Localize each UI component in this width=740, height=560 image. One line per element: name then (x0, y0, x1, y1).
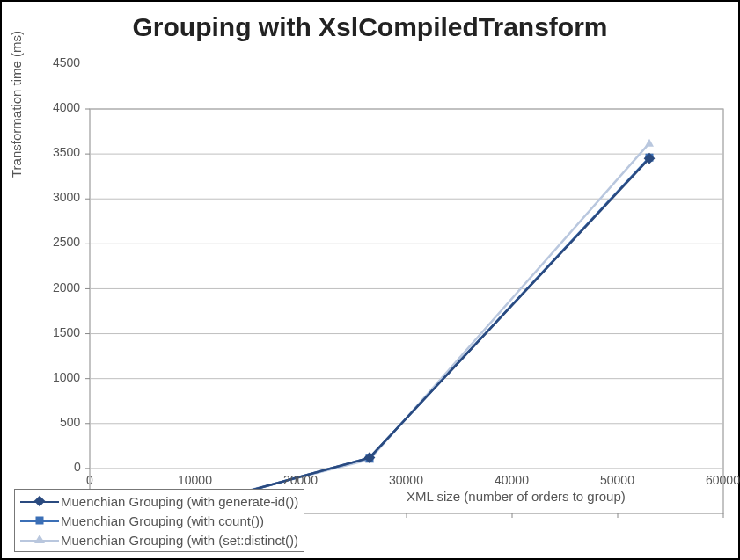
x-tick-label: 30000 (389, 473, 423, 487)
square-marker-icon (36, 517, 44, 525)
legend-label-2: Muenchian Grouping (with (set:distinct()… (61, 533, 298, 548)
diamond-marker-icon (34, 496, 46, 507)
y-tick-label: 3500 (53, 145, 80, 159)
y-tick-label: 1000 (53, 370, 80, 384)
legend: Muenchian Grouping (with generate-id()) … (14, 489, 304, 552)
y-tick-label: 500 (60, 415, 80, 429)
legend-swatch-0 (20, 494, 59, 508)
legend-label-0: Muenchian Grouping (with generate-id()) (61, 494, 298, 509)
y-tick-label: 1500 (53, 325, 80, 339)
chart-title: Grouping with XslCompiledTransform (2, 2, 738, 47)
x-tick-label: 0 (86, 473, 93, 487)
chart-frame: Grouping with XslCompiledTransform Trans… (0, 0, 740, 560)
y-tick-label: 4500 (53, 55, 80, 69)
legend-entry-0: Muenchian Grouping (with generate-id()) (20, 491, 298, 511)
legend-swatch-1 (20, 513, 59, 527)
legend-entry-2: Muenchian Grouping (with (set:distinct()… (20, 530, 298, 549)
y-tick-label: 0 (74, 460, 81, 474)
x-tick-label: 10000 (178, 473, 212, 487)
x-tick-label: 60000 (706, 473, 740, 487)
x-tick-label: 20000 (283, 473, 318, 487)
x-tick-label: 40000 (495, 473, 529, 487)
y-tick-label: 2000 (53, 280, 80, 295)
y-tick-label: 3000 (53, 190, 80, 204)
legend-label-1: Muenchian Grouping (with count()) (61, 513, 264, 528)
triangle-marker-icon (34, 535, 45, 543)
y-tick-label: 2500 (53, 235, 80, 249)
legend-entry-1: Muenchian Grouping (with count()) (20, 511, 298, 530)
legend-swatch-2 (20, 533, 59, 547)
svg-rect-0 (90, 109, 723, 513)
svg-marker-34 (645, 139, 654, 147)
x-axis-label: XML size (number of orders to group) (407, 489, 626, 504)
x-tick-label: 50000 (600, 473, 634, 487)
y-tick-label: 4000 (53, 100, 80, 114)
